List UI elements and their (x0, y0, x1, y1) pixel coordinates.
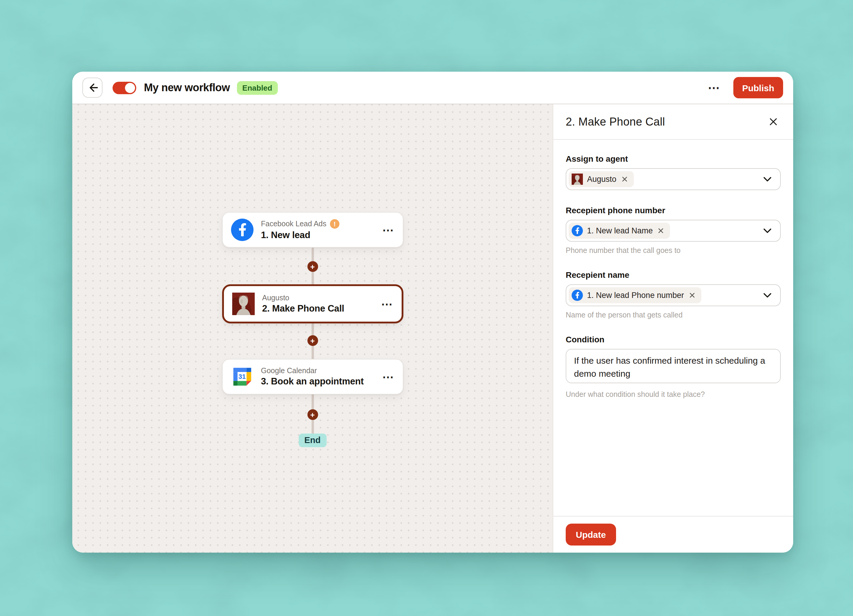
field-label: Assign to agent (566, 154, 781, 164)
facebook-icon (572, 225, 583, 236)
field-helper-text: Under what condition should it take plac… (566, 390, 781, 399)
back-button[interactable] (82, 77, 102, 98)
variable-chip: 1. New lead Name (569, 223, 670, 239)
field-recepient-phone-number: Recepient phone number 1. New lead Name (566, 206, 781, 255)
toggle-knob (125, 83, 135, 93)
field-helper-text: Name of the person that gets called (566, 311, 781, 319)
node-service-label: Facebook Lead Ads (261, 220, 326, 228)
remove-icon[interactable] (688, 291, 696, 299)
add-step-button[interactable]: + (307, 261, 318, 272)
node-menu-icon[interactable]: ⋯ (381, 297, 393, 311)
chip-label: Augusto (587, 175, 616, 184)
facebook-icon (231, 218, 253, 241)
add-step-button[interactable]: + (307, 335, 318, 346)
node-menu-icon[interactable]: ⋯ (382, 370, 394, 384)
recepient-name-select[interactable]: 1. New lead Phone number (566, 284, 781, 306)
field-helper-text: Phone number that the call goes to (566, 246, 781, 255)
facebook-icon (572, 290, 583, 301)
more-menu-button[interactable]: ⋯ (704, 79, 724, 96)
update-button[interactable]: Update (566, 523, 616, 546)
app-window: My new workflow Enabled ⋯ Publish Facebo… (72, 72, 793, 552)
augusto-avatar (232, 293, 254, 315)
recepient-phone-number-select[interactable]: 1. New lead Name (566, 220, 781, 242)
field-label: Recepient name (566, 270, 781, 279)
node-menu-icon[interactable]: ⋯ (382, 223, 394, 237)
status-badge: Enabled (237, 81, 278, 94)
remove-icon[interactable] (657, 227, 665, 235)
node-texts: Augusto 2. Make Phone Call (262, 294, 344, 314)
workflow-canvas[interactable]: Facebook Lead Ads ! 1. New lead ⋯ + (72, 104, 552, 552)
remove-icon[interactable] (621, 175, 628, 183)
add-step-button[interactable]: + (307, 409, 318, 420)
google-calendar-icon (231, 366, 253, 388)
node-texts: Google Calendar 3. Book an appointment (261, 367, 364, 387)
close-panel-button[interactable] (766, 114, 781, 129)
field-recepient-name: Recepient name 1. New lead Phone number (566, 270, 781, 319)
condition-input[interactable]: If the user has confirmed interest in sc… (566, 349, 781, 383)
node-service-label: Google Calendar (261, 367, 317, 375)
top-bar: My new workflow Enabled ⋯ Publish (72, 72, 793, 104)
warning-icon: ! (330, 219, 339, 229)
panel-header: 2. Make Phone Call (553, 104, 793, 140)
workflow-enabled-toggle[interactable] (112, 82, 136, 94)
workflow-title: My new workflow (144, 82, 230, 94)
end-badge: End (299, 434, 327, 447)
panel-title: 2. Make Phone Call (566, 115, 665, 128)
chevron-down-icon (762, 173, 773, 185)
node-title: 2. Make Phone Call (262, 303, 344, 314)
close-icon (768, 117, 779, 127)
back-arrow-icon (86, 81, 99, 94)
publish-button[interactable]: Publish (733, 77, 783, 98)
field-label: Recepient phone number (566, 206, 781, 215)
chip-label: 1. New lead Phone number (587, 291, 684, 300)
assign-to-agent-select[interactable]: Augusto (566, 168, 781, 190)
variable-chip: 1. New lead Phone number (569, 287, 701, 303)
step-config-panel: 2. Make Phone Call Assign to agent (552, 104, 793, 552)
field-assign-to-agent: Assign to agent Augusto (566, 154, 781, 190)
field-label: Condition (566, 335, 781, 344)
chevron-down-icon (762, 225, 773, 236)
chip-label: 1. New lead Name (587, 226, 653, 235)
chevron-down-icon (762, 290, 773, 301)
workflow-node-book-appointment[interactable]: Google Calendar 3. Book an appointment ⋯ (222, 359, 403, 394)
desktop-background: My new workflow Enabled ⋯ Publish Facebo… (0, 0, 853, 616)
node-texts: Facebook Lead Ads ! 1. New lead (261, 219, 339, 240)
workflow-node-make-phone-call[interactable]: Augusto 2. Make Phone Call ⋯ (222, 284, 403, 323)
workflow-node-new-lead[interactable]: Facebook Lead Ads ! 1. New lead ⋯ (222, 212, 403, 247)
node-title: 3. Book an appointment (261, 376, 364, 387)
selected-agent-chip: Augusto (569, 171, 633, 187)
panel-body: Assign to agent Augusto (553, 140, 793, 516)
field-condition: Condition If the user has confirmed inte… (566, 335, 781, 399)
node-title: 1. New lead (261, 230, 339, 240)
node-service-label: Augusto (262, 294, 289, 302)
augusto-avatar (572, 173, 583, 185)
main-content: Facebook Lead Ads ! 1. New lead ⋯ + (72, 104, 793, 552)
panel-footer: Update (553, 516, 793, 552)
